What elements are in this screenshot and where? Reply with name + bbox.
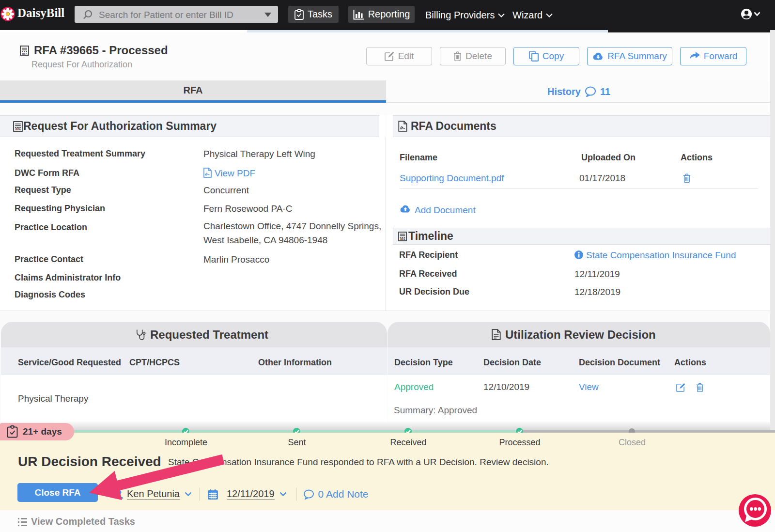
svg-text:RFA: RFA	[400, 237, 405, 240]
svg-text:RFA: RFA	[16, 128, 21, 131]
svg-text:RFA: RFA	[22, 52, 28, 55]
